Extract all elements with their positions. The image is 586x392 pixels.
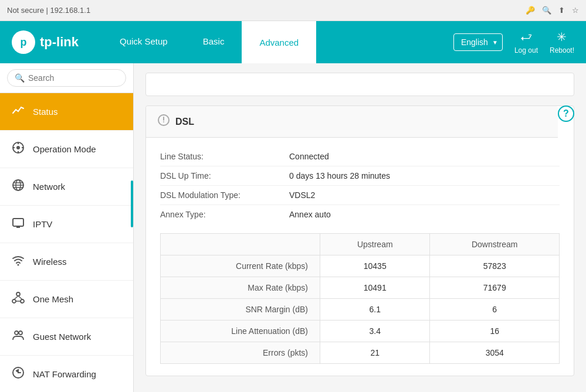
svg-point-18 bbox=[12, 299, 16, 303]
svg-point-16 bbox=[18, 264, 19, 266]
main: 🔍 Status bbox=[0, 63, 586, 392]
info-row-up-time: DSL Up Time: 0 days 13 hours 28 minutes bbox=[160, 166, 560, 186]
info-row-annex: Annex Type: Annex auto bbox=[160, 205, 560, 224]
search-box: 🔍 bbox=[0, 63, 133, 93]
top-card bbox=[145, 73, 574, 96]
svg-point-24 bbox=[19, 331, 22, 335]
iptv-icon bbox=[12, 216, 25, 232]
logo-area: p tp-link bbox=[12, 30, 79, 54]
sidebar-item-operation-mode[interactable]: Operation Mode bbox=[0, 131, 133, 168]
svg-point-3 bbox=[16, 146, 20, 149]
dsl-title: DSL bbox=[175, 117, 194, 127]
table-cell-downstream: 71679 bbox=[430, 277, 560, 299]
sidebar-item-status[interactable]: Status bbox=[0, 93, 133, 131]
sidebar-item-iptv[interactable]: IPTV bbox=[0, 206, 133, 243]
help-icon[interactable]: ? bbox=[558, 105, 574, 122]
table-cell-label: Errors (pkts) bbox=[161, 342, 320, 364]
table-cell-downstream: 16 bbox=[430, 321, 560, 342]
header: p tp-link Quick Setup Basic Advanced Eng… bbox=[0, 21, 586, 63]
browser-bar: Not secure | 192.168.1.1 🔑 🔍 ⬆ ☆ bbox=[0, 0, 586, 21]
table-header-upstream: Upstream bbox=[320, 234, 430, 255]
logout-button[interactable]: ⮐ Log out bbox=[514, 30, 538, 54]
content-area: ? DSL Line Status: bbox=[134, 63, 586, 392]
network-icon bbox=[12, 179, 25, 195]
svg-point-33 bbox=[163, 121, 164, 122]
logo-icon: p bbox=[12, 30, 35, 54]
dsl-data-table: Upstream Downstream Current Rate (kbps) … bbox=[160, 233, 560, 364]
header-right: English ⮐ Log out ✳ Reboot! bbox=[453, 30, 574, 54]
table-cell-upstream: 10491 bbox=[320, 277, 430, 299]
table-cell-label: Line Attenuation (dB) bbox=[161, 321, 320, 342]
table-cell-upstream: 10435 bbox=[320, 255, 430, 277]
table-header-downstream: Downstream bbox=[430, 234, 560, 255]
search-input[interactable] bbox=[28, 73, 118, 83]
sidebar-item-nat-forwarding[interactable]: NAT Forwarding bbox=[0, 356, 133, 392]
svg-line-21 bbox=[18, 296, 22, 299]
sidebar-item-guest-network[interactable]: Guest Network bbox=[0, 318, 133, 356]
svg-text:p: p bbox=[21, 36, 27, 48]
svg-point-19 bbox=[21, 299, 24, 303]
nav-tabs: Quick Setup Basic Advanced bbox=[102, 21, 316, 63]
table-cell-label: SNR Margin (dB) bbox=[161, 299, 320, 321]
table-cell-upstream: 21 bbox=[320, 342, 430, 364]
tab-quick-setup[interactable]: Quick Setup bbox=[102, 21, 185, 63]
nat-forwarding-icon bbox=[12, 366, 25, 382]
app: p tp-link Quick Setup Basic Advanced Eng… bbox=[0, 21, 586, 392]
reboot-button[interactable]: ✳ Reboot! bbox=[550, 30, 574, 54]
table-cell-downstream: 6 bbox=[430, 299, 560, 321]
table-cell-upstream: 6.1 bbox=[320, 299, 430, 321]
sidebar-item-one-mesh[interactable]: One Mesh bbox=[0, 281, 133, 318]
guest-network-icon bbox=[12, 329, 25, 345]
table-row: Current Rate (kbps) 10435 57823 bbox=[161, 255, 560, 277]
svg-point-23 bbox=[15, 331, 18, 335]
key-icon: 🔑 bbox=[526, 6, 535, 15]
one-mesh-icon bbox=[12, 291, 25, 307]
status-icon bbox=[12, 104, 25, 120]
bookmark-icon: ☆ bbox=[572, 6, 579, 15]
search-icon: 🔍 bbox=[15, 73, 25, 83]
table-cell-label: Max Rate (kbps) bbox=[161, 277, 320, 299]
language-selector-wrap[interactable]: English bbox=[453, 33, 503, 51]
info-row-line-status: Line Status: Connected bbox=[160, 147, 560, 166]
svg-rect-13 bbox=[13, 219, 23, 226]
zoom-icon: 🔍 bbox=[542, 6, 551, 15]
language-select[interactable]: English bbox=[453, 33, 503, 51]
browser-icons: 🔑 🔍 ⬆ ☆ bbox=[526, 6, 579, 15]
table-cell-label: Current Rate (kbps) bbox=[161, 255, 320, 277]
table-row: Max Rate (kbps) 10491 71679 bbox=[161, 277, 560, 299]
wireless-icon bbox=[12, 254, 25, 270]
reboot-icon: ✳ bbox=[557, 30, 567, 44]
svg-line-20 bbox=[14, 296, 18, 299]
share-icon: ⬆ bbox=[558, 6, 565, 15]
logout-icon: ⮐ bbox=[520, 30, 532, 44]
table-header-empty bbox=[161, 234, 320, 255]
table-cell-downstream: 3054 bbox=[430, 342, 560, 364]
table-cell-downstream: 57823 bbox=[430, 255, 560, 277]
table-row: Line Attenuation (dB) 3.4 16 bbox=[161, 321, 560, 342]
info-row-modulation: DSL Modulation Type: VDSL2 bbox=[160, 186, 560, 205]
table-row: Errors (pkts) 21 3054 bbox=[161, 342, 560, 364]
search-input-wrap[interactable]: 🔍 bbox=[7, 69, 126, 87]
operation-mode-icon bbox=[12, 141, 25, 157]
sidebar-item-wireless[interactable]: Wireless bbox=[0, 243, 133, 281]
sidebar-item-network[interactable]: Network bbox=[0, 168, 133, 206]
logo-text: tp-link bbox=[40, 35, 79, 50]
svg-point-17 bbox=[16, 292, 20, 296]
browser-url: Not secure | 192.168.1.1 bbox=[7, 6, 90, 15]
table-row: SNR Margin (dB) 6.1 6 bbox=[161, 299, 560, 321]
tab-advanced[interactable]: Advanced bbox=[242, 21, 316, 63]
dsl-info-table: Line Status: Connected DSL Up Time: 0 da… bbox=[146, 138, 574, 233]
dsl-header-icon bbox=[158, 114, 170, 129]
tab-basic[interactable]: Basic bbox=[185, 21, 242, 63]
dsl-section-header: DSL bbox=[146, 106, 558, 138]
dsl-section: DSL Line Status: Connected DSL Up Time: … bbox=[145, 105, 574, 376]
sidebar: 🔍 Status bbox=[0, 63, 134, 392]
table-cell-upstream: 3.4 bbox=[320, 321, 430, 342]
sidebar-scrollbar[interactable] bbox=[131, 180, 133, 227]
